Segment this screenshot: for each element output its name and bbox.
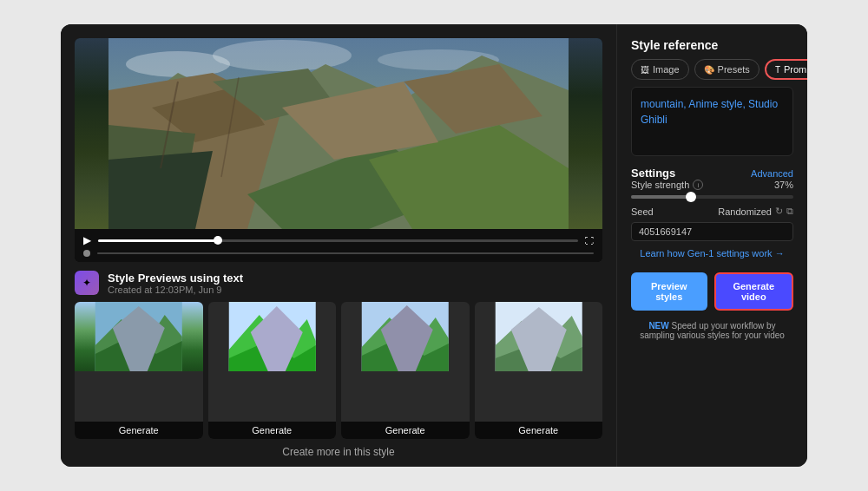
generate-video-button[interactable]: Generate video [714, 272, 794, 311]
card-3-label: Generate [341, 422, 470, 439]
controls-row: ▶ ⛶ [83, 234, 594, 246]
outer-container: ▶ ⛶ ✦ Style Pre [0, 0, 868, 491]
style-strength-row: Style strength i 37% [631, 180, 793, 190]
tab-prompt[interactable]: T Prompt [765, 59, 807, 80]
card-4-label: Generate [475, 422, 603, 439]
play-button[interactable]: ▶ [83, 234, 91, 246]
tab-image[interactable]: 🖼 Image [631, 59, 689, 80]
seed-randomized-label: Randomized [718, 206, 772, 217]
project-text: Style Previews using text Created at 12:… [108, 272, 243, 295]
video-area: ▶ ⛶ [75, 38, 602, 262]
action-buttons: Preview styles Generate video [631, 272, 793, 311]
project-subtitle: Created at 12:03PM, Jun 9 [108, 285, 243, 295]
progress-fill [98, 239, 218, 242]
seed-value-box[interactable]: 4051669147 [631, 222, 793, 241]
svg-point-2 [213, 40, 352, 71]
seed-row: Seed Randomized ↻ ⧉ [631, 206, 793, 217]
settings-header: Settings Advanced [631, 167, 793, 180]
presets-tab-icon: 🎨 [704, 65, 714, 75]
card-2-label: Generate [208, 422, 337, 439]
seed-label: Seed [631, 206, 654, 217]
video-controls: ▶ ⛶ [75, 229, 602, 262]
project-title: Style Previews using text [108, 272, 243, 285]
style-reference-title: Style reference [631, 38, 793, 52]
progress-thumb [214, 236, 222, 245]
seed-controls: Randomized ↻ ⧉ [718, 206, 793, 217]
tab-presets[interactable]: 🎨 Presets [694, 59, 760, 80]
fullscreen-button[interactable]: ⛶ [585, 236, 594, 245]
card-1-label: Generate [75, 422, 203, 439]
svg-marker-13 [108, 151, 213, 229]
image-tab-icon: 🖼 [641, 65, 649, 75]
style-strength-value: 37% [774, 180, 793, 190]
info-icon: i [693, 180, 703, 190]
slider-thumb [686, 192, 696, 202]
project-icon: ✦ [75, 271, 99, 295]
style-card-3[interactable]: Generate [341, 302, 470, 439]
new-badge: NEW [648, 321, 668, 331]
seed-copy-icon[interactable]: ⧉ [786, 206, 793, 217]
tab-row: 🖼 Image 🎨 Presets T Prompt [631, 59, 793, 80]
timeline-row [83, 250, 594, 257]
settings-section: Settings Advanced Style strength i 37% [631, 167, 793, 262]
progress-bar[interactable] [98, 239, 578, 242]
prompt-text-area[interactable]: mountain, Anime style, Studio Ghibli [631, 87, 793, 156]
mountain-svg [75, 38, 602, 229]
style-strength-label: Style strength i [631, 180, 703, 190]
timeline-bar [97, 252, 594, 254]
new-badge-row: NEW Speed up your workflow by sampling v… [631, 321, 793, 340]
create-more[interactable]: Create more in this style [61, 439, 616, 467]
style-card-4[interactable]: Generate [475, 302, 603, 439]
style-card-2[interactable]: Generate [208, 302, 337, 439]
preview-styles-button[interactable]: Preview styles [631, 272, 707, 311]
seed-randomize-icon[interactable]: ↻ [775, 206, 783, 217]
settings-title: Settings [631, 167, 675, 180]
project-info: ✦ Style Previews using text Created at 1… [61, 262, 616, 302]
style-grid: Generate Generate [61, 302, 616, 439]
style-reference-section: Style reference 🖼 Image 🎨 Presets T Prom… [631, 38, 793, 156]
right-panel: Style reference 🖼 Image 🎨 Presets T Prom… [616, 24, 807, 467]
prompt-tab-icon: T [775, 65, 780, 75]
left-panel: ▶ ⛶ ✦ Style Pre [61, 24, 616, 467]
slider-track [631, 195, 793, 199]
main-container: ▶ ⛶ ✦ Style Pre [61, 24, 807, 467]
learn-link[interactable]: Learn how Gen-1 settings work → [631, 248, 793, 259]
advanced-link[interactable]: Advanced [751, 168, 793, 179]
slider-fill [631, 195, 691, 199]
style-card-1[interactable]: Generate [75, 302, 203, 439]
style-strength-slider[interactable] [631, 195, 793, 199]
timeline-dot [83, 250, 90, 257]
video-landscape [75, 38, 602, 229]
